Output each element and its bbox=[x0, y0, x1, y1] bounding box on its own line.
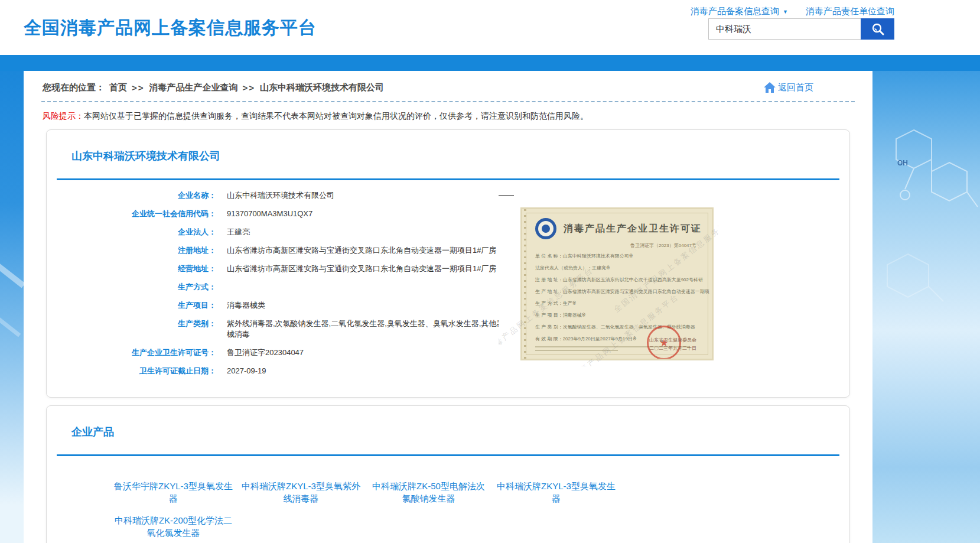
field-row-production-category: 生产类别： 紫外线消毒器,次氯酸钠发生器,二氧化氯发生器,臭氧发生器、臭氧水发生… bbox=[47, 318, 849, 340]
home-icon bbox=[763, 82, 776, 93]
field-label: 生产方式： bbox=[47, 282, 216, 292]
cert-line: 法定代表人（或负责人）：王建亮※ bbox=[535, 262, 712, 274]
field-label: 注册地址： bbox=[47, 245, 216, 256]
risk-notice: 风险提示：本网站仅基于已掌握的信息提供查询服务，查询结果不代表本网站对被查询对象… bbox=[43, 111, 854, 122]
field-label: 卫生许可证截止日期： bbox=[47, 366, 216, 376]
field-value: 消毒器械类 bbox=[227, 300, 504, 311]
dashed-divider bbox=[41, 101, 855, 102]
company-info-card: 山东中科瑞沃环境技术有限公司 企业名称： 山东中科瑞沃环境技术有限公司 企业统一… bbox=[46, 129, 850, 398]
field-label: 企业法人： bbox=[47, 227, 216, 238]
field-value: 2027-09-19 bbox=[227, 366, 504, 376]
search-icon bbox=[871, 22, 885, 36]
decorative-streak bbox=[0, 317, 21, 337]
search-button[interactable] bbox=[861, 18, 894, 40]
cert-line: 生 产 项 目：消毒器械※ bbox=[535, 310, 712, 321]
field-row-production-project: 生产项目： 消毒器械类 bbox=[47, 300, 849, 311]
field-row-credit-code: 企业统一社会信用代码： 91370700MA3M3U1QX7 bbox=[47, 209, 849, 219]
products-card: 企业产品 鲁沃华宇牌ZKYL-3型臭氧发生器 中科瑞沃牌ZKYL-3型臭氧紫外线… bbox=[46, 405, 850, 543]
top-nav: 消毒产品备案信息查询 ▼ 消毒产品责任单位查询 bbox=[691, 6, 894, 17]
field-row-registered-address: 注册地址： 山东省潍坊市高新区潍安路与宝通街交叉路口东北角自动变速器一期项目1#… bbox=[47, 245, 849, 256]
risk-notice-label: 风险提示： bbox=[43, 111, 84, 121]
field-label: 经营地址： bbox=[47, 264, 216, 274]
molecule-graphic: OH bbox=[872, 106, 980, 355]
license-certificate-image: 全国消毒产品网上备案信息服务平台 全国消毒产品网上备案信息服务平台 全国消毒产品… bbox=[499, 189, 718, 366]
company-card-title: 山东中科瑞沃环境技术有限公司 bbox=[71, 149, 849, 163]
product-link[interactable]: 中科瑞沃牌ZKYL-3型臭氧紫外线消毒器 bbox=[240, 480, 362, 505]
field-value: 王建亮 bbox=[227, 227, 504, 238]
breadcrumb-company-query[interactable]: 消毒产品生产企业查询 bbox=[149, 82, 238, 93]
products-card-title: 企业产品 bbox=[71, 425, 849, 439]
site-title: 全国消毒产品网上备案信息服务平台 bbox=[24, 16, 317, 40]
product-link[interactable]: 鲁沃华宇牌ZKYL-3型臭氧发生器 bbox=[113, 480, 234, 505]
content-panel: 您现在的位置： 首页 >> 消毒产品生产企业查询 >> 山东中科瑞沃环境技术有限… bbox=[24, 71, 872, 543]
left-background-strip bbox=[0, 71, 24, 543]
field-row-legal-person: 企业法人： 王建亮 bbox=[47, 227, 849, 238]
field-label: 生产类别： bbox=[47, 318, 216, 340]
certificate-header: 消毒产品生产企业卫生许可证 bbox=[522, 209, 712, 239]
cert-top-dash bbox=[499, 195, 514, 196]
field-row-license-expiry: 卫生许可证截止日期： 2027-09-19 bbox=[47, 366, 849, 376]
search-input[interactable] bbox=[708, 18, 861, 40]
card-title-divider bbox=[57, 454, 839, 456]
certificate-title: 消毒产品生产企业卫生许可证 bbox=[564, 223, 702, 235]
risk-notice-text: 本网站仅基于已掌握的信息提供查询服务，查询结果不代表本网站对被查询对象信用状况的… bbox=[84, 111, 588, 121]
certificate-issuer: 山东省卫生健康委员会 bbox=[649, 337, 696, 343]
field-row-business-address: 经营地址： 山东省潍坊市高新区潍安路与宝通街交叉路口东北角自动变速器一期项目1#… bbox=[47, 264, 849, 274]
field-label: 企业名称： bbox=[47, 190, 216, 201]
breadcrumb-prefix: 您现在的位置： bbox=[43, 82, 105, 93]
field-label: 生产项目： bbox=[47, 300, 216, 311]
field-value: 山东省潍坊市高新区潍安路与宝通街交叉路口东北角自动变速器一期项目1#厂房 bbox=[227, 264, 504, 274]
breadcrumb-current: 山东中科瑞沃环境技术有限公司 bbox=[260, 82, 384, 93]
field-value: 91370700MA3M3U1QX7 bbox=[227, 209, 504, 219]
back-home-label: 返回首页 bbox=[778, 82, 813, 93]
breadcrumb-separator: >> bbox=[132, 83, 145, 93]
nav-responsible-unit-query[interactable]: 消毒产品责任单位查询 bbox=[806, 6, 894, 17]
field-value: 紫外线消毒器,次氯酸钠发生器,二氧化氯发生器,臭氧发生器、臭氧水发生器,其他器械… bbox=[227, 318, 504, 340]
card-title-divider bbox=[57, 178, 839, 180]
nav-record-info-query-label: 消毒产品备案信息查询 bbox=[691, 6, 779, 17]
cert-line: 注 册 地 址：山东省潍坊高新区玉清东街以北中心次干道以西高新大厦902号科研 bbox=[535, 274, 712, 286]
product-list: 鲁沃华宇牌ZKYL-3型臭氧发生器 中科瑞沃牌ZKYL-3型臭氧紫外线消毒器 中… bbox=[113, 480, 633, 543]
breadcrumb: 您现在的位置： 首页 >> 消毒产品生产企业查询 >> 山东中科瑞沃环境技术有限… bbox=[43, 82, 384, 93]
product-link[interactable]: 中科瑞沃牌ZKYL-3型臭氧发生器 bbox=[496, 480, 617, 505]
field-row-license-number: 生产企业卫生许可证号： 鲁卫消证字202304047 bbox=[47, 347, 849, 358]
company-fields: 企业名称： 山东中科瑞沃环境技术有限公司 企业统一社会信用代码： 9137070… bbox=[47, 190, 849, 376]
banner-bar bbox=[0, 55, 980, 71]
field-label: 生产企业卫生许可证号： bbox=[47, 347, 216, 358]
certificate-issue-date: 二〇二三年九月二十日 bbox=[649, 345, 696, 352]
breadcrumb-home[interactable]: 首页 bbox=[109, 82, 127, 93]
health-emblem-icon bbox=[535, 218, 556, 239]
product-link[interactable]: 中科瑞沃牌ZK-200型化学法二氧化氯发生器 bbox=[113, 514, 234, 539]
svg-text:OH: OH bbox=[897, 159, 908, 167]
nav-record-info-query[interactable]: 消毒产品备案信息查询 ▼ bbox=[691, 6, 788, 17]
breadcrumb-separator: >> bbox=[243, 83, 256, 93]
product-link[interactable]: 中科瑞沃牌ZK-50型电解法次氯酸钠发生器 bbox=[368, 480, 489, 505]
breadcrumb-row: 您现在的位置： 首页 >> 消毒产品生产企业查询 >> 山东中科瑞沃环境技术有限… bbox=[24, 71, 872, 93]
field-value: 鲁卫消证字202304047 bbox=[227, 347, 504, 358]
certificate-number: 鲁卫消证字（2023）第04047号 bbox=[522, 242, 712, 249]
field-value: 山东省潍坊市高新区潍安路与宝通街交叉路口东北角自动变速器一期项目1#厂房 bbox=[227, 245, 504, 256]
field-label: 企业统一社会信用代码： bbox=[47, 209, 216, 219]
field-value: 山东中科瑞沃环境技术有限公司 bbox=[227, 190, 504, 201]
field-value bbox=[227, 282, 504, 292]
site-header: 全国消毒产品网上备案信息服务平台 消毒产品备案信息查询 ▼ 消毒产品责任单位查询 bbox=[0, 0, 980, 55]
decorative-streak bbox=[0, 262, 25, 288]
right-background-strip: OH bbox=[872, 71, 980, 543]
field-row-production-mode: 生产方式： bbox=[47, 282, 849, 292]
nav-responsible-unit-query-label: 消毒产品责任单位查询 bbox=[806, 6, 894, 17]
chevron-down-icon: ▼ bbox=[783, 9, 788, 15]
search-bar bbox=[708, 18, 894, 40]
field-row-company-name: 企业名称： 山东中科瑞沃环境技术有限公司 bbox=[47, 190, 849, 201]
back-home-link[interactable]: 返回首页 bbox=[763, 82, 813, 93]
